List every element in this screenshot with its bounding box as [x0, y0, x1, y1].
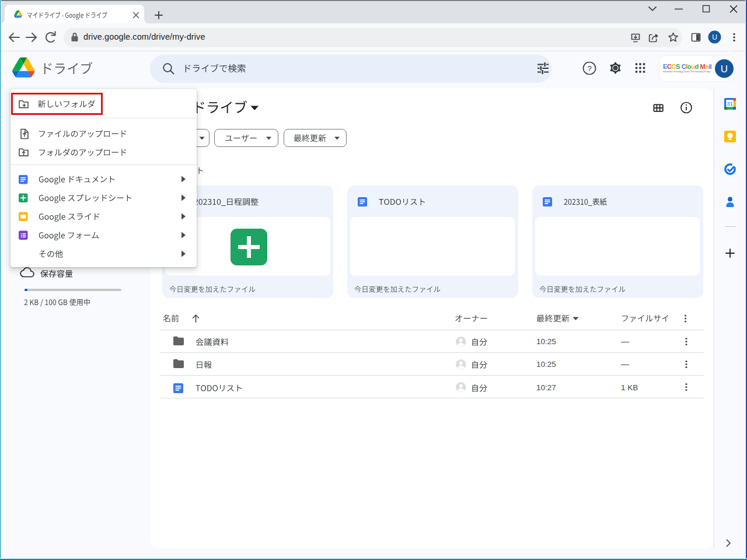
svg-text:?: ?	[587, 64, 591, 73]
svg-text:31: 31	[727, 100, 733, 107]
